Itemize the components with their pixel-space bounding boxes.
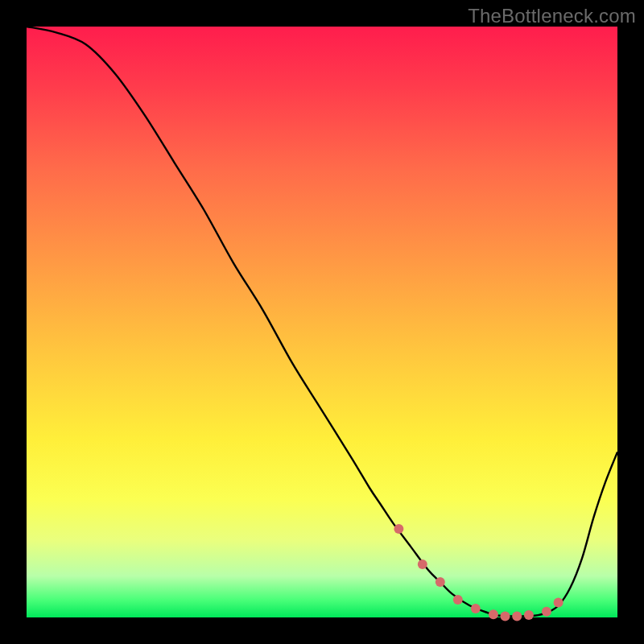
optimal-marker [418,559,427,569]
optimal-marker [554,598,564,608]
chart-plot-area [27,27,617,617]
optimal-marker [542,607,551,617]
optimal-marker [524,610,534,620]
optimal-marker [471,604,481,613]
optimal-marker [436,577,445,587]
optimal-marker [512,612,522,621]
chart-svg [27,27,617,617]
chart-frame: TheBottleneck.com [0,0,644,644]
bottleneck-curve-path [27,27,617,617]
optimal-marker [489,609,498,619]
optimal-marker [453,595,463,605]
optimal-marker [501,612,510,621]
optimal-markers-group [394,524,563,621]
watermark-text: TheBottleneck.com [468,5,636,27]
optimal-marker [394,524,403,534]
